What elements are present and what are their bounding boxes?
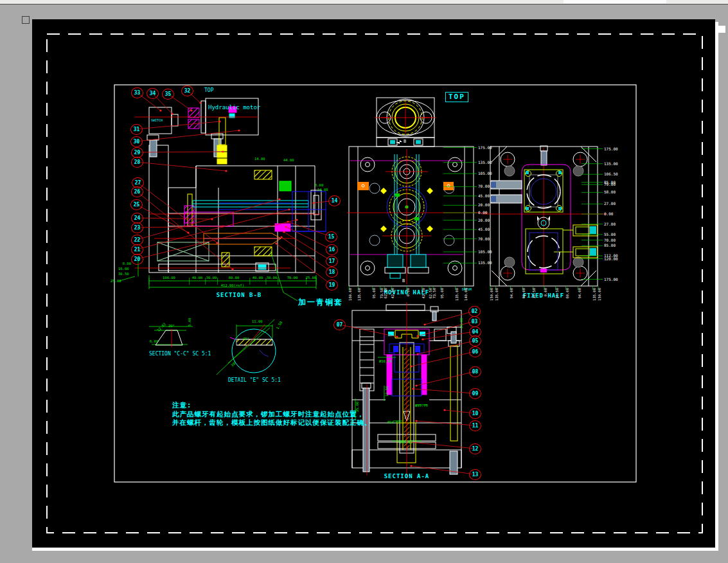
dimension-label: 45° — [243, 337, 249, 341]
dimension-label: 45.00 — [478, 227, 490, 231]
dimension-label: Ø14.52 — [387, 420, 400, 424]
dimension-label: 55.00 — [604, 232, 616, 237]
balloon-callout-20: 20 — [131, 254, 143, 265]
dimension-label: 14.00 — [317, 188, 328, 192]
dimension-label: 60.00 — [522, 288, 526, 302]
dimension-label: 135.00 — [455, 288, 459, 302]
section-bb-title: SECTION B-B — [210, 292, 268, 298]
balloon-callout-03: 03 — [468, 316, 481, 327]
dimension-label: 140.00 — [464, 288, 468, 302]
dimension-label: 80.00 — [226, 276, 242, 280]
notes-line: 此产品螺牙有起始点要求，锣加工螺牙时注意起始点位置， — [172, 410, 372, 419]
dimension-label: 150.00 — [598, 288, 601, 302]
dimension-label: 94.00 — [578, 288, 582, 302]
dimension-label: 30.00 — [264, 276, 280, 280]
dimension-label: 44.00 — [283, 158, 294, 162]
dimension-label: 73.50 — [380, 288, 384, 302]
balloon-callout-34: 34 — [146, 88, 159, 99]
dimension-label: 14.00 — [254, 157, 265, 161]
balloon-callout-18: 18 — [326, 267, 338, 278]
balloon-callout-15: 15 — [325, 231, 337, 242]
dimension-label: 42.50 — [391, 288, 395, 302]
bronze-sleeve-note: 加一青铜套 — [298, 297, 343, 308]
dimension-label: 31.50 — [532, 288, 536, 302]
balloon-callout-31: 31 — [130, 124, 143, 135]
dimension-label: 11.00 — [252, 319, 263, 323]
balloon-callout-05: 05 — [469, 335, 481, 346]
dimension-label: 70.00 — [604, 238, 616, 242]
dimension-label: 105.00 — [478, 171, 492, 175]
dimension-label: 40.00 — [250, 276, 265, 280]
dimension-label: 175.00 — [478, 145, 492, 150]
drawing-notes: 注意: 此产品螺牙有起始点要求，锣加工螺牙时注意起始点位置， 并在螺杆，齿轮，模… — [172, 401, 372, 427]
dimension-label: 79.00 — [604, 182, 616, 186]
dimension-label: 73.50 — [432, 288, 436, 302]
dimension-label: 25.00 — [303, 276, 319, 280]
dimension-label: 25.00 — [111, 279, 121, 283]
dimension-label: 100.00 — [161, 276, 177, 280]
balloon-callout-12: 12 — [469, 443, 481, 454]
dimension-label: 8.00 — [315, 183, 323, 187]
dimension-label: 31.50 — [555, 288, 559, 302]
balloon-callout-17: 17 — [326, 256, 338, 267]
balloon-callout-14: 14 — [328, 195, 341, 206]
hydraulic-motor-label: Hydraulic motor — [208, 104, 257, 111]
dimension-label: 150.00 — [490, 288, 493, 302]
balloon-callout-33: 33 — [131, 87, 143, 98]
balloon-callout-35: 35 — [162, 89, 174, 100]
dimension-label: 95.00 — [440, 288, 444, 302]
dimension-label: 135.00 — [478, 160, 492, 165]
detail-e-title: DETAIL "E" SC 5:1 — [228, 377, 281, 383]
dimension-label: 20.00 — [478, 218, 490, 222]
balloon-callout-09: 09 — [469, 388, 481, 399]
dimension-label: 20.00 — [478, 202, 490, 207]
switch-label: SWITCH — [151, 118, 163, 122]
dimension-label: 0.00 — [478, 210, 487, 215]
dimension-label: 12.50 — [385, 386, 389, 397]
balloon-callout-06: 06 — [469, 346, 481, 357]
balloon-callout-30: 30 — [130, 136, 143, 147]
dimension-label: 14.00 — [459, 318, 463, 329]
balloon-callout-32: 32 — [181, 85, 193, 96]
top-direction-label: TOP — [204, 87, 213, 93]
dimension-label: 0.00 — [544, 288, 547, 302]
dimension-label: 62.50 — [384, 288, 387, 302]
dimension-label: Ø45.00 — [400, 440, 413, 444]
balloon-callout-28: 28 — [131, 157, 143, 168]
dimension-label: Ø35.75 — [415, 404, 428, 407]
balloon-callout-11: 11 — [469, 420, 481, 431]
dimension-label: 95.00 — [372, 288, 376, 302]
balloon-callout-08: 08 — [469, 366, 481, 377]
dimension-label: 30.50 — [118, 272, 129, 276]
dimension-label: 70.00 — [478, 237, 490, 241]
dimension-label: 135.00 — [478, 260, 492, 265]
dimension-label: 175.00 — [604, 277, 618, 282]
dimension-label: 70.00 — [285, 276, 300, 280]
dimension-label: 58.00 — [604, 190, 616, 194]
dimension-label: Ø10.00 — [379, 359, 392, 363]
dimension-label: 135.00 — [592, 288, 596, 302]
dimension-label: 42.50 — [422, 288, 425, 302]
dimension-label: 120.00 — [604, 256, 618, 261]
balloon-callout-16: 16 — [326, 244, 338, 255]
dimension-label: 94.00 — [510, 288, 513, 302]
dimension-label: 135.00 — [357, 288, 361, 302]
dimension-label: 175.00 — [604, 147, 618, 151]
section-aa-title: SECTION A-A — [375, 473, 439, 479]
dimension-label: 412.00(ref) — [220, 283, 245, 287]
b-arrow-bottom: B — [402, 278, 405, 283]
balloon-callout-13: 13 — [469, 469, 481, 480]
dimension-label: 40.00 — [190, 276, 205, 280]
dimension-label: 70.00 — [478, 184, 490, 188]
notes-line: 并在螺杆，齿轮，模板上按图纸做好标记以便保证装配正确。 — [172, 418, 372, 427]
dimension-label: 60.00 — [565, 288, 569, 302]
balloon-callout-02: 02 — [468, 306, 481, 317]
b-arrow-top: B — [404, 139, 406, 144]
dimension-label: 135.00 — [604, 161, 618, 166]
balloon-callout-19: 19 — [326, 280, 338, 290]
dimension-label: 45.00 — [478, 193, 490, 198]
section-cc-title: SECTION "C-C" SC 5:1 — [149, 351, 211, 357]
dimension-label: 35.00 — [355, 402, 359, 413]
dimension-label: 20° — [168, 324, 175, 328]
balloon-callout-25: 25 — [130, 199, 143, 210]
